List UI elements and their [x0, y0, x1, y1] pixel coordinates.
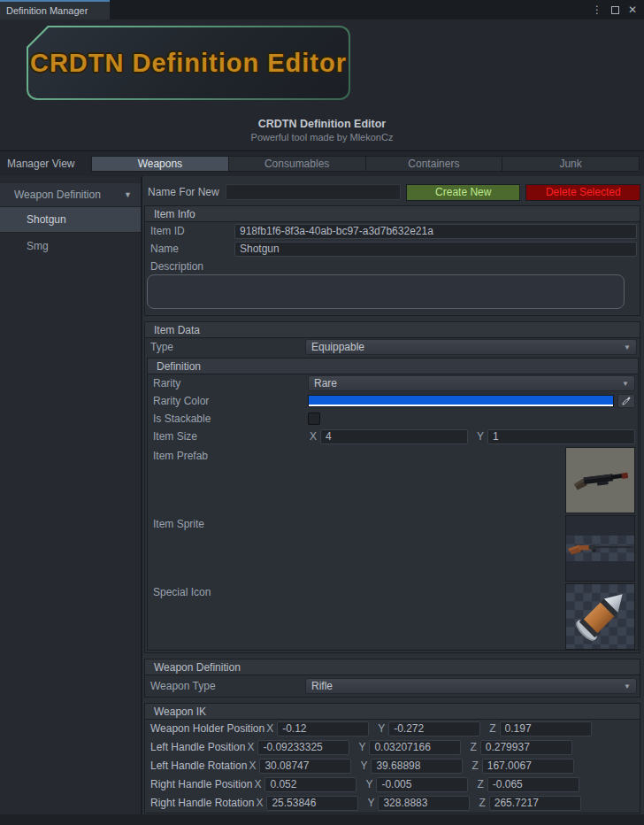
axis-x-label: X: [254, 778, 261, 790]
axis-z-label: Z: [489, 722, 495, 735]
ik-z-input[interactable]: [489, 796, 581, 811]
ik-row-right-handle-position: Right Handle Position X Y Z: [145, 775, 640, 793]
tab-containers[interactable]: Containers: [366, 157, 503, 171]
item-size-label: Item Size: [153, 430, 308, 443]
ik-row-label: Left Handle Rotation: [150, 759, 247, 772]
size-y-input[interactable]: [487, 429, 635, 444]
delete-selected-button[interactable]: Delete Selected: [525, 184, 640, 201]
definition-subgroup: Definition Rarity Rare ▼ Rarity Color: [147, 358, 639, 651]
weapon-type-label: Weapon Type: [150, 680, 305, 692]
tab-junk[interactable]: Junk: [502, 157, 639, 171]
description-label: Description: [145, 258, 640, 274]
list-item-smg[interactable]: Smg: [0, 233, 141, 259]
type-dropdown[interactable]: Equippable ▼: [305, 339, 637, 355]
size-y-axis-label: Y: [477, 430, 484, 443]
item-sprite-preview[interactable]: [565, 515, 635, 582]
ik-y-input[interactable]: [371, 759, 463, 774]
is-stackable-checkbox[interactable]: [308, 412, 320, 425]
weapon-ik-header: Weapon IK: [145, 704, 640, 720]
maximize-icon[interactable]: [611, 6, 619, 14]
tab-weapons[interactable]: Weapons: [92, 157, 229, 171]
axis-z-label: Z: [472, 759, 478, 772]
item-prefab-preview[interactable]: [565, 447, 635, 513]
bullet-icon: [566, 584, 634, 649]
shotgun-sprite-icon: [566, 536, 634, 561]
item-data-header: Item Data: [145, 322, 640, 338]
size-x-axis-label: X: [310, 430, 317, 443]
ik-y-input[interactable]: [369, 740, 461, 755]
ik-x-input[interactable]: [259, 759, 351, 774]
logo-banner-text: CRDTN Definition Editor: [30, 49, 347, 78]
ik-y-input[interactable]: [388, 721, 480, 736]
app-subtitle: Powerful tool made by MlekonCz: [0, 132, 644, 143]
rarity-dropdown[interactable]: Rare ▼: [308, 375, 635, 391]
ik-row-label: Right Handle Rotation: [150, 797, 254, 809]
description-textarea[interactable]: [147, 274, 625, 309]
item-name-label: Name: [150, 243, 234, 255]
sidebar-fill: [0, 259, 141, 825]
definition-type-dropdown[interactable]: Weapon Definition ▼: [0, 183, 141, 206]
create-new-button[interactable]: Create New: [406, 184, 521, 201]
ik-z-input[interactable]: [482, 759, 574, 774]
eyedropper-button[interactable]: [617, 394, 635, 408]
ik-z-input[interactable]: [487, 777, 579, 792]
window-titlebar: Definition Manager ⋮ ✕: [0, 0, 644, 19]
name-for-new-input[interactable]: [226, 184, 401, 200]
dropdown-arrow-icon: ▼: [624, 343, 631, 351]
logo-banner: CRDTN Definition Editor: [27, 26, 350, 100]
ik-x-input[interactable]: [264, 777, 356, 792]
ik-row-left-handle-rotation: Left Handle Rotation X Y Z: [145, 757, 640, 775]
item-id-label: Item ID: [150, 225, 234, 237]
ik-y-input[interactable]: [376, 777, 468, 792]
app-header: CRDTN Definition Editor CRDTN Definition…: [0, 19, 644, 151]
definition-header: Definition: [148, 359, 638, 374]
item-id-input[interactable]: [234, 224, 637, 239]
toolbar: Name For New Create New Delete Selected: [148, 183, 640, 201]
axis-y-label: Y: [360, 759, 367, 772]
size-x-input[interactable]: [320, 429, 468, 444]
rarity-dropdown-value: Rare: [314, 377, 337, 389]
ik-z-input[interactable]: [480, 740, 572, 755]
type-label: Type: [150, 341, 305, 353]
item-name-input[interactable]: [234, 242, 637, 257]
weapon-ik-group: Weapon IK Weapon Holder Position X Y Z L…: [144, 703, 640, 813]
ik-row-label: Right Handle Position: [150, 778, 252, 790]
titlebar-spacer: [110, 0, 592, 19]
item-data-group: Item Data Type Equippable ▼ Definition R…: [144, 321, 640, 653]
dropdown-arrow-icon: ▼: [124, 190, 132, 199]
axis-x-label: X: [266, 722, 273, 735]
special-icon-preview[interactable]: [565, 583, 635, 650]
window-tab[interactable]: Definition Manager: [0, 0, 110, 19]
axis-x-label: X: [247, 741, 254, 753]
axis-y-label: Y: [365, 778, 372, 790]
axis-x-label: X: [256, 797, 263, 809]
weapon-type-dropdown-value: Rifle: [311, 680, 333, 692]
list-item-shotgun[interactable]: Shotgun: [0, 206, 141, 233]
tab-consumables[interactable]: Consumables: [229, 157, 366, 171]
rarity-color-label: Rarity Color: [153, 395, 308, 407]
ik-x-input[interactable]: [277, 721, 369, 736]
ik-x-input[interactable]: [257, 740, 349, 755]
menu-icon[interactable]: ⋮: [592, 4, 602, 16]
ik-row-weapon-holder-position: Weapon Holder Position X Y Z: [145, 720, 640, 737]
weapon-definition-header: Weapon Definition: [145, 659, 640, 675]
manager-view-label: Manager View: [0, 158, 91, 170]
rarity-color-swatch[interactable]: [308, 395, 614, 407]
dropdown-arrow-icon: ▼: [624, 682, 631, 690]
ik-row-label: Left Handle Position: [150, 741, 245, 753]
axis-y-label: Y: [378, 722, 385, 735]
ik-z-input[interactable]: [500, 721, 592, 736]
ik-x-input[interactable]: [266, 796, 358, 811]
axis-y-label: Y: [367, 797, 374, 809]
close-icon[interactable]: ✕: [628, 4, 637, 16]
weapon-definition-group: Weapon Definition Weapon Type Rifle ▼: [144, 659, 640, 698]
axis-y-label: Y: [358, 741, 365, 753]
ik-y-input[interactable]: [378, 796, 470, 811]
axis-z-label: Z: [477, 778, 483, 790]
name-for-new-label: Name For New: [148, 186, 220, 198]
main-panel: Name For New Create New Delete Selected …: [142, 176, 644, 825]
axis-x-label: X: [249, 759, 256, 772]
item-info-group: Item Info Item ID Name Description: [144, 205, 640, 316]
weapon-type-dropdown[interactable]: Rifle ▼: [305, 678, 637, 694]
dropdown-arrow-icon: ▼: [622, 380, 629, 388]
